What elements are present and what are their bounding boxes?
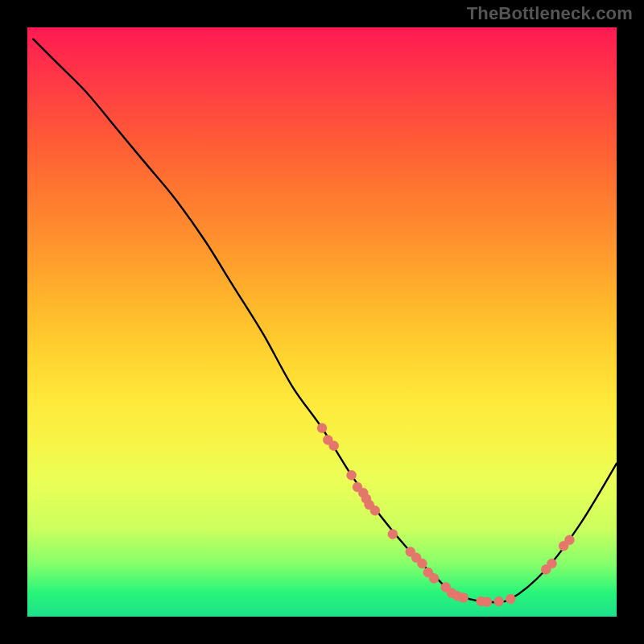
data-dot <box>506 594 515 604</box>
data-dot <box>317 423 327 433</box>
data-dot <box>370 506 380 515</box>
watermark-text: TheBottleneck.com <box>467 3 633 24</box>
plot-area <box>27 27 617 617</box>
chart-frame: TheBottleneck.com <box>0 0 644 644</box>
data-dot <box>494 597 504 606</box>
data-dot <box>547 559 556 568</box>
bottleneck-curve <box>33 39 617 603</box>
data-dot <box>429 573 439 583</box>
data-dot <box>329 441 339 451</box>
data-dot <box>388 530 398 539</box>
data-dot <box>564 535 574 545</box>
data-dot <box>482 597 492 607</box>
data-dot <box>417 559 427 568</box>
data-dot <box>459 593 469 603</box>
curve-svg <box>27 27 617 617</box>
data-dot <box>347 470 357 480</box>
